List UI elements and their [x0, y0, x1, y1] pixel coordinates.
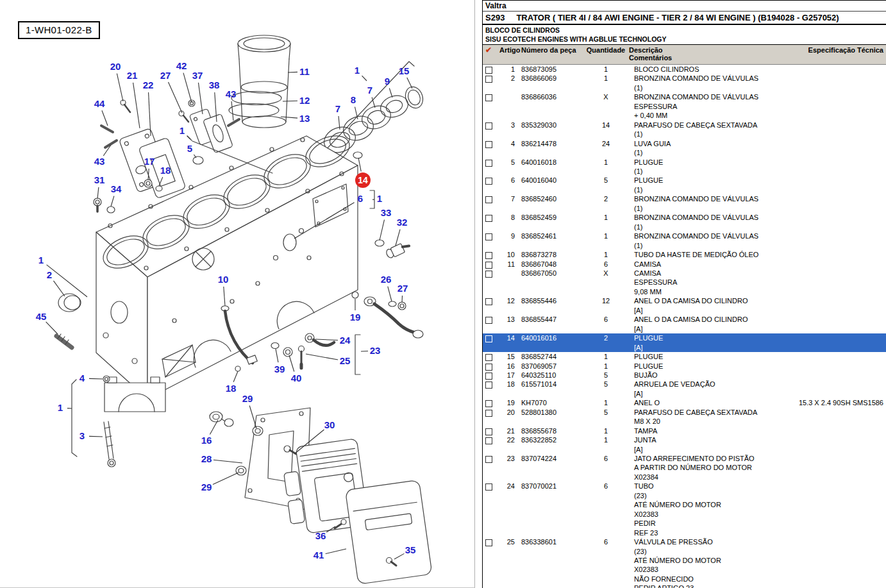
- row-checkbox[interactable]: [485, 539, 492, 546]
- table-row-selected[interactable]: 146400160162PLUGUE[A]: [483, 333, 886, 352]
- callout-6[interactable]: 6: [358, 193, 363, 204]
- callout-38[interactable]: 38: [209, 80, 220, 90]
- row-checkbox[interactable]: [485, 410, 492, 417]
- callout-43[interactable]: 43: [226, 88, 237, 99]
- callout-13[interactable]: 13: [299, 113, 310, 124]
- callout-42[interactable]: 42: [176, 60, 187, 71]
- callout-30[interactable]: 30: [324, 419, 335, 430]
- table-row[interactable]: 228363228521JUNTA[A]: [483, 435, 886, 454]
- callout-41[interactable]: 41: [313, 550, 324, 560]
- table-row[interactable]: 138368554476ANEL O DA CAMISA DO CILINDRO…: [483, 315, 886, 333]
- callout-4[interactable]: 4: [79, 373, 85, 383]
- callout-7[interactable]: 7: [367, 85, 372, 96]
- row-checkbox[interactable]: [485, 382, 492, 389]
- callout-37[interactable]: 37: [192, 70, 203, 81]
- table-row[interactable]: 383532903014PARAFUSO DE CABEÇA SEXTAVADA…: [483, 121, 886, 139]
- callout-35[interactable]: 35: [405, 544, 416, 555]
- callout-16[interactable]: 16: [201, 435, 212, 446]
- row-checkbox[interactable]: [485, 160, 492, 167]
- row-checkbox[interactable]: [485, 298, 492, 305]
- row-checkbox[interactable]: [485, 262, 492, 269]
- row-checkbox[interactable]: [485, 233, 492, 240]
- callout-25[interactable]: 25: [340, 355, 351, 366]
- table-row[interactable]: 108368732781TUBO DA HASTE DE MEDIÇÃO ÓLE…: [483, 250, 886, 259]
- callout-1[interactable]: 1: [377, 193, 382, 204]
- callout-32[interactable]: 32: [397, 217, 408, 228]
- row-checkbox[interactable]: [485, 76, 492, 83]
- row-checkbox[interactable]: [485, 215, 492, 222]
- callout-29[interactable]: 29: [201, 482, 212, 492]
- callout-29[interactable]: 29: [242, 393, 253, 404]
- row-checkbox[interactable]: [485, 428, 492, 435]
- row-checkbox[interactable]: [485, 400, 492, 407]
- table-row[interactable]: 176403251105BUJÃO: [483, 371, 886, 380]
- callout-44[interactable]: 44: [94, 98, 105, 109]
- callout-27[interactable]: 27: [160, 70, 171, 81]
- row-checkbox[interactable]: [485, 122, 492, 130]
- callout-34[interactable]: 34: [111, 183, 122, 194]
- table-row[interactable]: 158368527441PLUGUE: [483, 352, 886, 361]
- callout-26[interactable]: 26: [381, 274, 392, 285]
- table-row[interactable]: 258363386016VÁLVULA DE PRESSÃO(23)ATÉ NÚ…: [483, 537, 886, 588]
- table-row[interactable]: 88368524591BRONZINA COMANDO DE VÁLVULAS(…: [483, 213, 886, 231]
- callout-3[interactable]: 3: [79, 430, 85, 441]
- table-row[interactable]: 238370742246JATO ARREFECIMENTO DO PISTÃO…: [483, 454, 886, 482]
- callout-22[interactable]: 22: [143, 80, 154, 90]
- callout-19[interactable]: 19: [350, 312, 361, 323]
- callout-highlighted-14[interactable]: 14: [355, 172, 371, 188]
- callout-24[interactable]: 24: [340, 335, 351, 346]
- table-row[interactable]: 18368730951BLOCO CILINDROS: [483, 65, 886, 74]
- callout-27[interactable]: 27: [397, 283, 408, 294]
- check-all-icon[interactable]: ✔: [485, 46, 499, 54]
- table-row[interactable]: 56400160181PLUGUE(1): [483, 158, 886, 176]
- table-row[interactable]: 1283685544612ANEL O DA CAMISA DO CILINDR…: [483, 296, 886, 315]
- row-checkbox[interactable]: [485, 271, 492, 278]
- callout-7[interactable]: 7: [335, 103, 340, 114]
- row-checkbox[interactable]: [485, 437, 492, 444]
- callout-31[interactable]: 31: [94, 174, 105, 185]
- callout-1[interactable]: 1: [38, 255, 44, 265]
- row-checkbox[interactable]: [485, 94, 492, 101]
- callout-5[interactable]: 5: [187, 143, 192, 154]
- row-checkbox[interactable]: [485, 335, 492, 342]
- row-checkbox[interactable]: [485, 196, 492, 203]
- callout-20[interactable]: 20: [110, 61, 121, 72]
- callout-10[interactable]: 10: [218, 274, 229, 285]
- callout-1[interactable]: 1: [355, 65, 360, 76]
- table-row[interactable]: 248370700216TUBO(23)ATÉ NÚMERO DO MOTORX…: [483, 482, 886, 537]
- callout-45[interactable]: 45: [36, 311, 47, 322]
- callout-2[interactable]: 2: [47, 269, 52, 280]
- row-checkbox[interactable]: [485, 67, 492, 74]
- row-checkbox[interactable]: [485, 364, 492, 371]
- table-row[interactable]: 205288013805PARAFUSO DE CABEÇA SEXTAVADA…: [483, 408, 886, 426]
- table-row[interactable]: 218368556781TAMPA: [483, 426, 886, 435]
- callout-28[interactable]: 28: [201, 453, 212, 464]
- callout-1[interactable]: 1: [58, 402, 63, 413]
- callout-23[interactable]: 23: [370, 345, 381, 356]
- row-checkbox[interactable]: [485, 354, 492, 361]
- row-checkbox[interactable]: [485, 483, 492, 491]
- table-row[interactable]: 28368660691BRONZINA COMANDO DE VÁLVULAS(…: [483, 74, 886, 92]
- table-row[interactable]: 19KH70701ANEL O15.3 X 2.4 90SH SMS1586: [483, 398, 886, 407]
- callout-21[interactable]: 21: [127, 70, 138, 81]
- table-row[interactable]: 186155710145ARRUELA DE VEDAÇÃO[A]: [483, 380, 886, 398]
- row-checkbox[interactable]: [485, 456, 492, 463]
- callout-39[interactable]: 39: [274, 364, 285, 374]
- callout-18[interactable]: 18: [160, 165, 171, 176]
- callout-18[interactable]: 18: [226, 383, 237, 394]
- callout-33[interactable]: 33: [381, 207, 392, 218]
- callout-40[interactable]: 40: [291, 373, 302, 383]
- table-row[interactable]: 168370690571PLUGUE: [483, 362, 886, 371]
- row-checkbox[interactable]: [485, 317, 492, 324]
- row-checkbox[interactable]: [485, 178, 492, 185]
- callout-8[interactable]: 8: [351, 94, 356, 105]
- row-checkbox[interactable]: [485, 373, 492, 380]
- table-row[interactable]: 78368524602BRONZINA COMANDO DE VÁLVULAS(…: [483, 194, 886, 213]
- callout-1[interactable]: 1: [180, 125, 185, 136]
- table-row[interactable]: 98368524611BRONZINA COMANDO DE VÁLVULAS(…: [483, 231, 886, 250]
- row-checkbox[interactable]: [485, 252, 492, 259]
- callout-9[interactable]: 9: [385, 76, 390, 87]
- callout-43[interactable]: 43: [94, 156, 105, 167]
- callout-36[interactable]: 36: [315, 530, 326, 541]
- row-checkbox[interactable]: [485, 141, 492, 148]
